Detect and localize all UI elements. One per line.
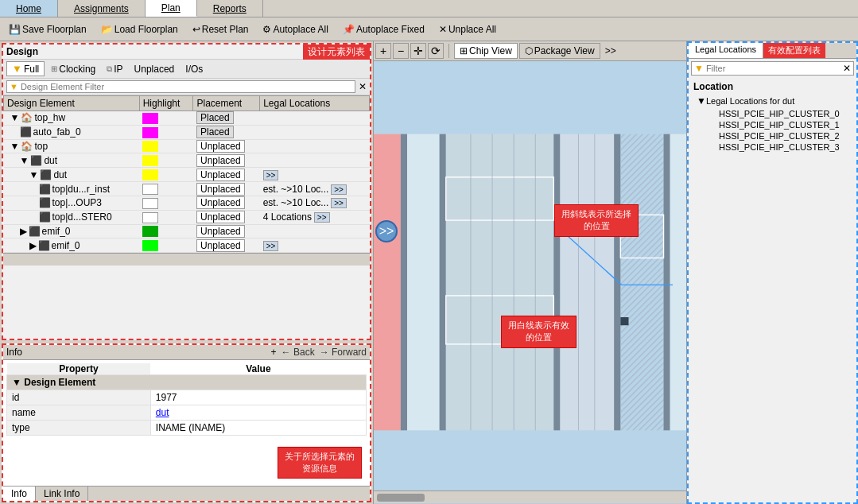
chip-canvas[interactable]: 用斜线表示所选择 的位置 用白线表示有效 的位置 >>: [374, 61, 686, 503]
center-panel: + − ✛ ⟳ ⊞ Chip View ⬡ Package View >>: [374, 41, 687, 504]
reset-icon: ↩: [192, 24, 200, 35]
svg-rect-6: [553, 134, 560, 431]
highlight-color: [142, 198, 158, 209]
scroll-thumb: [377, 494, 425, 502]
tab-legal-locations[interactable]: Legal Locations: [689, 43, 763, 58]
highlight-color: [142, 212, 158, 223]
highlight-color: [142, 226, 158, 237]
back-button[interactable]: ← Back: [281, 347, 315, 358]
toggle-icon[interactable]: ▼: [697, 95, 706, 107]
table-row[interactable]: ⬛ top|...OUP3 Unplaced est. ~>10 Loc... …: [4, 196, 370, 210]
table-row[interactable]: ⬛ top|d...STER0 Unplaced 4 Locations >>: [4, 210, 370, 224]
location-item-1[interactable]: HSSI_PCIE_HIP_CLUSTER_1: [697, 119, 855, 130]
table-row[interactable]: ▼ 🏠 top Unplaced: [4, 139, 370, 153]
tab-ios[interactable]: I/Os: [181, 63, 208, 76]
placement-status: Unplaced: [196, 239, 245, 252]
locations-expand-button[interactable]: >>: [263, 241, 279, 251]
package-view-tab[interactable]: ⬡ Package View: [519, 43, 600, 59]
table-row[interactable]: ▼ ⬛ dut Unplaced >>: [4, 168, 370, 182]
svg-rect-4: [440, 134, 446, 431]
svg-rect-10: [620, 134, 663, 431]
location-item-3[interactable]: HSSI_PCIE_HIP_CLUSTER_3: [697, 142, 855, 153]
col-design-element[interactable]: Design Element: [4, 96, 140, 111]
expand-icon[interactable]: +: [271, 347, 277, 358]
value-column-header[interactable]: Value: [150, 363, 366, 375]
toggle-icon[interactable]: ▼: [29, 169, 39, 180]
filter-close-icon[interactable]: ✕: [359, 81, 367, 92]
locations-expand-button[interactable]: >>: [331, 198, 347, 208]
unplace-all-button[interactable]: ✕ Unplace All: [433, 21, 502, 37]
legal-locations-filter-input[interactable]: [706, 64, 843, 73]
autoplace-all-button[interactable]: ⚙ Autoplace All: [257, 21, 333, 37]
dut-link[interactable]: dut: [156, 407, 169, 418]
tab-clocking[interactable]: ⊞ Clocking: [46, 63, 100, 76]
tab-link-info[interactable]: Link Info: [36, 487, 88, 501]
toggle-icon[interactable]: ▶: [29, 240, 37, 251]
filter-input[interactable]: [21, 82, 352, 91]
left-panel: Design 设计元素列表 ▼ Full ⊞ Clocking ⧉ IP: [0, 41, 374, 504]
chip-view-tab[interactable]: ⊞ Chip View: [454, 43, 518, 59]
tab-info[interactable]: Info: [3, 487, 36, 501]
location-group[interactable]: ▼ Legal Locations for dut: [697, 94, 855, 108]
load-floorplan-button[interactable]: 📂 Load Floorplan: [95, 21, 184, 37]
svg-rect-2: [401, 134, 407, 431]
table-row: name dut: [7, 405, 367, 421]
col-highlight[interactable]: Highlight: [139, 96, 193, 111]
table-row[interactable]: ⬛ auto_fab_0 Placed: [4, 125, 370, 139]
filter-clear-icon[interactable]: ✕: [843, 63, 851, 74]
menu-plan[interactable]: Plan: [146, 0, 197, 17]
zoom-fit-button[interactable]: ✛: [410, 43, 426, 59]
legal-locations-cell: [260, 125, 370, 139]
toggle-icon[interactable]: ▼: [10, 112, 20, 123]
locations-expand-button[interactable]: >>: [331, 184, 347, 195]
zoom-reset-button[interactable]: ⟳: [428, 43, 444, 59]
toggle-icon[interactable]: ▶: [20, 226, 27, 237]
legal-locations-cell: est. ~>10 Loc... >>: [260, 196, 370, 210]
location-item-0[interactable]: HSSI_PCIE_HIP_CLUSTER_0: [697, 108, 855, 119]
more-options-icon[interactable]: >>: [605, 45, 616, 56]
info-panel-footer: Info Link Info: [3, 486, 370, 501]
highlight-color: [142, 141, 158, 152]
expand-circle-button[interactable]: >>: [375, 220, 398, 242]
forward-button[interactable]: → Forward: [320, 347, 367, 358]
location-subsection: ▼ Legal Locations for dut HSSI_PCIE_HIP_…: [690, 94, 855, 153]
toolbar: 💾 Save Floorplan 📂 Load Floorplan ↩ Rese…: [0, 17, 858, 41]
tab-full[interactable]: ▼ Full: [6, 61, 45, 76]
placement-status: Unplaced: [196, 225, 245, 238]
right-filter-container: ▼ ✕: [691, 61, 854, 76]
highlight-color: [142, 240, 158, 251]
toggle-icon[interactable]: ▼: [20, 155, 29, 166]
placement-status: Unplaced: [196, 169, 245, 181]
table-row[interactable]: ▶ ⬛ emif_0 Unplaced >>: [4, 238, 370, 253]
property-column-header[interactable]: Property: [7, 363, 151, 375]
tab-ip[interactable]: ⧉ IP: [102, 63, 127, 76]
table-row[interactable]: ▼ ⬛ dut Unplaced: [4, 153, 370, 168]
save-floorplan-button[interactable]: 💾 Save Floorplan: [3, 21, 92, 37]
design-table-container: Design Element Highlight Placement Legal…: [3, 95, 370, 253]
location-section-header: Location: [690, 79, 855, 94]
table-row[interactable]: ⬛ top|du...r_inst Unplaced est. ~>10 Loc…: [4, 182, 370, 196]
reset-plan-button[interactable]: ↩ Reset Plan: [187, 21, 254, 37]
table-row[interactable]: ▶ ⬛ emif_0 Unplaced: [4, 224, 370, 238]
horizontal-scrollbar[interactable]: [374, 490, 686, 503]
zoom-in-button[interactable]: +: [375, 43, 391, 59]
col-legal-locations[interactable]: Legal Locations: [260, 96, 370, 111]
col-placement[interactable]: Placement: [193, 96, 260, 111]
chip-svg: [374, 61, 686, 503]
autoplace-fixed-button[interactable]: 📌 Autoplace Fixed: [337, 21, 430, 37]
info-panel-title: Info: [6, 347, 22, 358]
table-row[interactable]: ▼ 🏠 top_hw Placed: [4, 111, 370, 126]
locations-expand-button[interactable]: >>: [314, 212, 330, 223]
zoom-out-button[interactable]: −: [393, 43, 409, 59]
location-item-2[interactable]: HSSI_PCIE_HIP_CLUSTER_2: [697, 130, 855, 142]
filter-row: ▼ ✕: [3, 79, 370, 95]
menu-home[interactable]: Home: [0, 0, 58, 17]
toggle-icon[interactable]: ▼: [10, 141, 20, 152]
menu-assignments[interactable]: Assignments: [58, 0, 146, 17]
svg-rect-12: [670, 134, 686, 431]
design-panel-title: Design: [6, 46, 38, 57]
menu-reports[interactable]: Reports: [197, 0, 263, 17]
locations-expand-button[interactable]: >>: [263, 170, 279, 180]
annotation-white: 用白线表示有效 的位置: [501, 316, 577, 348]
tab-unplaced[interactable]: Unplaced: [130, 63, 180, 76]
